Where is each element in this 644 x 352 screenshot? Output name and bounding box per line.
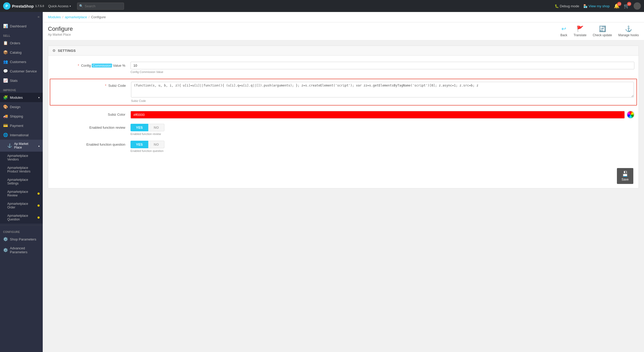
dashboard-icon: 📊 [3, 24, 8, 28]
view-shop-link[interactable]: 🏪 View my shop [583, 4, 610, 8]
ap-market-place-arrow: ▴ [38, 144, 40, 147]
enabled-review-hint: Enabled function review [131, 132, 634, 135]
debug-mode-label: 🐛 Debug mode [555, 4, 579, 8]
cart-button[interactable]: 🛒 10 [624, 3, 629, 9]
app-version: 1.7.5.0 [35, 4, 44, 8]
sidebar-item-order[interactable]: Apmarketplace Order [0, 200, 43, 212]
quick-access-button[interactable]: Quick Access [48, 4, 71, 8]
subiz-color-input-col [131, 111, 634, 119]
ap-market-place-icon: ⚓ [7, 143, 12, 148]
check-update-button[interactable]: 🔄 Check update [593, 26, 612, 37]
notifications-button[interactable]: 🔔 13 [614, 3, 620, 9]
sidebar-item-vendors[interactable]: Apmarketplace Vendors [0, 152, 43, 164]
sidebar-item-review[interactable]: Apmarketplace Review [0, 188, 43, 200]
color-text-input[interactable] [131, 111, 625, 119]
orders-icon: 📋 [3, 41, 8, 45]
breadcrumb: Modules / apmarketplace / Configure [43, 12, 644, 22]
sidebar-item-payment[interactable]: 💳 Payment [0, 121, 43, 130]
sidebar-item-question[interactable]: Apmarketplace Question [0, 212, 43, 224]
sidebar-collapse-button[interactable]: « [0, 12, 43, 21]
sidebar-item-design[interactable]: 🎨 Design [0, 102, 43, 112]
content-area: Modules / apmarketplace / Configure Conf… [43, 12, 644, 352]
design-icon: 🎨 [3, 104, 8, 109]
sidebar: « 📊 Dashboard SELL 📋 Orders 📦 Catalog 👥 … [0, 12, 43, 352]
sidebar-item-international[interactable]: 🌐 International [0, 130, 43, 140]
sidebar-item-customers[interactable]: 👥 Customers [0, 57, 43, 66]
notifications-badge: 13 [617, 2, 621, 6]
subiz-code-hint: Subiz Code [131, 99, 634, 102]
page-header-actions: ↩ Back 🚩 Translate 🔄 Check update ⚓ Mana… [560, 26, 639, 37]
question-yes-button[interactable]: YES [131, 141, 148, 148]
sidebar-item-customer-service[interactable]: 💬 Customer Service [0, 66, 43, 76]
catalog-icon: 📦 [3, 50, 8, 55]
review-yes-button[interactable]: YES [131, 124, 148, 131]
sidebar-item-catalog[interactable]: 📦 Catalog [0, 48, 43, 57]
content-body: ⚙ SETTINGS * Config Commission Value % [43, 40, 644, 352]
improve-section-label: IMPROVE [0, 85, 43, 93]
breadcrumb-configure: Configure [91, 15, 106, 19]
modules-arrow: ▾ [38, 96, 40, 99]
international-icon: 🌐 [3, 133, 8, 137]
sidebar-item-shipping[interactable]: 🚚 Shipping [0, 112, 43, 121]
color-input-wrapper [131, 111, 634, 119]
review-no-button[interactable]: NO [148, 124, 164, 131]
user-avatar[interactable] [634, 2, 641, 10]
topnav-right: 🐛 Debug mode 🏪 View my shop 🔔 13 🛒 10 [555, 2, 641, 10]
question-no-button[interactable]: NO [148, 141, 164, 148]
enabled-question-toggle: YES NO [131, 141, 634, 148]
commission-row: * Config Commission Value % Config Commi… [52, 62, 634, 73]
sidebar-item-ap-market-place[interactable]: ⚓ Ap Market Place ▴ [0, 140, 43, 152]
top-navigation: P PrestaShop 1.7.5.0 Quick Access 🔍 🐛 De… [0, 0, 644, 12]
page-subtitle: Ap Market Place [48, 33, 73, 36]
sell-section-label: SELL [0, 31, 43, 38]
subiz-required-star: * [105, 84, 106, 88]
enabled-review-toggle: YES NO [131, 124, 634, 131]
logo-icon: P [3, 2, 10, 10]
review-badge [38, 193, 40, 195]
subiz-color-row: Subiz Color [52, 111, 634, 119]
back-icon: ↩ [561, 26, 566, 32]
page-title: Configure [48, 26, 73, 32]
page-header: Configure Ap Market Place ↩ Back 🚩 Trans… [43, 22, 644, 40]
sidebar-item-shop-parameters[interactable]: ⚙️ Shop Parameters [0, 234, 43, 244]
subiz-code-textarea[interactable]: (function(s, u, b, i, z){ u[i]=u[i]||fun… [131, 82, 634, 97]
sidebar-item-product-vendors[interactable]: Apmarketplace Product Vendors [0, 164, 43, 176]
subiz-code-input-col: (function(s, u, b, i, z){ u[i]=u[i]||fun… [131, 82, 634, 102]
customer-service-icon: 💬 [3, 69, 8, 73]
save-button[interactable]: 💾 Save [617, 168, 633, 184]
shop-parameters-icon: ⚙️ [3, 237, 8, 242]
sidebar-item-modules[interactable]: 🧩 Modules ▾ [0, 93, 43, 102]
translate-button[interactable]: 🚩 Translate [574, 26, 587, 37]
page-header-left: Configure Ap Market Place [48, 26, 73, 36]
stats-icon: 📈 [3, 78, 8, 83]
commission-required-star: * [78, 64, 79, 67]
commission-highlighted-word: Commission [92, 64, 112, 67]
sidebar-item-stats[interactable]: 📈 Stats [0, 76, 43, 85]
settings-gear-icon: ⚙ [52, 48, 56, 53]
subiz-code-label: * Subiz Code [53, 82, 131, 88]
commission-label: * Config Commission Value % [52, 62, 131, 67]
breadcrumb-apmarketplace[interactable]: apmarketplace [65, 15, 87, 19]
debug-icon: 🐛 [555, 4, 559, 8]
shipping-icon: 🚚 [3, 114, 8, 119]
check-update-icon: 🔄 [599, 26, 606, 32]
settings-header-label: SETTINGS [58, 49, 76, 53]
sidebar-item-advanced-parameters[interactable]: ⚙️ Advanced Parameters [0, 244, 43, 256]
enabled-question-row: Enabled function question YES NO Enabled… [52, 141, 634, 152]
enabled-question-label: Enabled function question [52, 141, 131, 146]
save-btn-area: 💾 Save [48, 164, 639, 188]
breadcrumb-modules[interactable]: Modules [48, 15, 61, 19]
modules-icon: 🧩 [3, 95, 8, 100]
sidebar-item-orders[interactable]: 📋 Orders [0, 38, 43, 48]
sidebar-item-dashboard[interactable]: 📊 Dashboard [0, 21, 43, 31]
color-picker-button[interactable] [627, 111, 634, 119]
save-icon: 💾 [622, 171, 628, 177]
sidebar-item-settings[interactable]: Apmarketplace Settings [0, 176, 43, 188]
app-name: PrestaShop [12, 4, 34, 8]
settings-card-body: * Config Commission Value % Config Commi… [48, 55, 639, 164]
back-button[interactable]: ↩ Back [560, 26, 567, 37]
search-input[interactable] [77, 3, 124, 10]
advanced-parameters-icon: ⚙️ [3, 248, 8, 252]
commission-input[interactable] [131, 62, 634, 69]
manage-hooks-button[interactable]: ⚓ Manage hooks [618, 26, 639, 37]
